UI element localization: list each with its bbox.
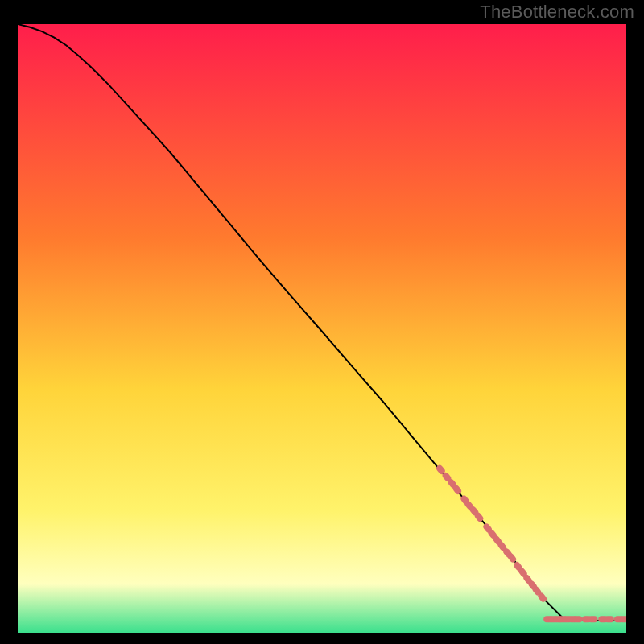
gradient-background <box>18 24 626 633</box>
watermark-label: TheBottleneck.com <box>480 2 634 23</box>
data-dot <box>588 616 597 622</box>
chart-svg <box>18 24 626 633</box>
data-dot <box>573 616 583 622</box>
data-dot <box>605 616 614 622</box>
plot-area <box>18 24 626 633</box>
data-dot <box>620 616 626 622</box>
chart-frame: TheBottleneck.com <box>0 0 644 644</box>
